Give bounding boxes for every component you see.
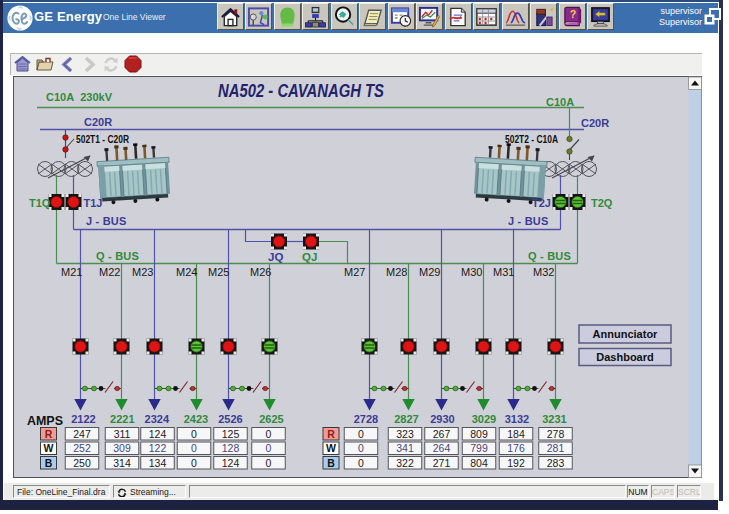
svg-text:JQ: JQ	[268, 251, 283, 263]
svg-text:192: 192	[507, 457, 525, 469]
svg-text:AMPS: AMPS	[27, 414, 63, 428]
svg-text:C20R: C20R	[581, 117, 609, 129]
svg-text:2625: 2625	[259, 413, 283, 425]
svg-text:0: 0	[358, 457, 364, 469]
svg-text:M32: M32	[533, 266, 554, 278]
svg-text:502T1 - C20R: 502T1 - C20R	[76, 133, 129, 145]
svg-text:M30: M30	[461, 266, 482, 278]
svg-text:M22: M22	[99, 266, 120, 278]
svg-text:281: 281	[547, 442, 565, 454]
svg-text:Q - BUS: Q - BUS	[528, 250, 571, 262]
svg-text:804: 804	[470, 457, 488, 469]
svg-text:C20R: C20R	[84, 116, 112, 128]
svg-text:176: 176	[507, 442, 525, 454]
svg-text:0: 0	[191, 442, 197, 454]
svg-text:124: 124	[222, 457, 240, 469]
svg-text:0: 0	[266, 442, 272, 454]
svg-text:Annunciator: Annunciator	[593, 328, 658, 340]
svg-text:3029: 3029	[472, 413, 496, 425]
svg-text:B: B	[327, 457, 335, 469]
svg-text:Q - BUS: Q - BUS	[96, 250, 139, 262]
svg-text:M24: M24	[176, 266, 197, 278]
svg-text:J - BUS: J - BUS	[86, 215, 127, 227]
svg-text:QJ: QJ	[302, 251, 317, 263]
svg-text:267: 267	[433, 428, 451, 440]
svg-text:M28: M28	[386, 266, 407, 278]
svg-text:0: 0	[266, 457, 272, 469]
svg-text:278: 278	[547, 428, 565, 440]
svg-text:Dashboard: Dashboard	[596, 351, 653, 363]
svg-text:2930: 2930	[430, 413, 454, 425]
svg-text:322: 322	[396, 457, 414, 469]
svg-text:M27: M27	[344, 266, 365, 278]
svg-text:134: 134	[149, 457, 167, 469]
svg-text:809: 809	[470, 428, 488, 440]
svg-text:0: 0	[191, 457, 197, 469]
svg-text:2324: 2324	[145, 413, 170, 425]
svg-text:2423: 2423	[184, 413, 208, 425]
svg-text:2526: 2526	[218, 413, 242, 425]
svg-text:B: B	[45, 457, 53, 469]
svg-text:NA502 - CAVANAGH TS: NA502 - CAVANAGH TS	[218, 81, 384, 101]
svg-text:309: 309	[113, 442, 131, 454]
svg-text:T1J: T1J	[84, 197, 103, 209]
svg-text:311: 311	[114, 428, 131, 440]
svg-text:2827: 2827	[394, 413, 418, 425]
svg-text:2221: 2221	[110, 413, 134, 425]
svg-text:2728: 2728	[354, 413, 378, 425]
svg-text:283: 283	[547, 457, 565, 469]
svg-text:M25: M25	[208, 266, 229, 278]
svg-text:0: 0	[358, 442, 364, 454]
svg-text:W: W	[44, 442, 54, 454]
svg-text:799: 799	[470, 442, 488, 454]
svg-text:2122: 2122	[71, 413, 95, 425]
svg-text:124: 124	[149, 428, 167, 440]
svg-text:M31: M31	[493, 266, 514, 278]
svg-text:R: R	[327, 428, 335, 440]
svg-text:M23: M23	[132, 266, 153, 278]
svg-text:W: W	[326, 442, 336, 454]
svg-text:264: 264	[433, 442, 451, 454]
svg-text:184: 184	[507, 428, 525, 440]
svg-text:T2Q: T2Q	[591, 197, 613, 209]
svg-text:250: 250	[73, 457, 91, 469]
svg-text:314: 314	[113, 457, 131, 469]
svg-text:122: 122	[149, 442, 167, 454]
svg-text:R: R	[45, 428, 53, 440]
svg-text:C10A 230kV: C10A 230kV	[46, 91, 113, 103]
svg-text:323: 323	[396, 428, 414, 440]
svg-text:3231: 3231	[542, 413, 566, 425]
svg-text:M29: M29	[419, 266, 440, 278]
svg-text:T2J: T2J	[532, 197, 551, 209]
svg-text:341: 341	[396, 442, 414, 454]
svg-text:C10A: C10A	[546, 96, 574, 108]
svg-text:?: ?	[570, 8, 576, 20]
svg-text:0: 0	[191, 428, 197, 440]
svg-text:T1Q: T1Q	[29, 197, 51, 209]
svg-text:247: 247	[73, 428, 91, 440]
svg-text:0: 0	[266, 428, 272, 440]
svg-text:J - BUS: J - BUS	[508, 215, 549, 227]
svg-text:252: 252	[73, 442, 91, 454]
svg-text:0: 0	[358, 428, 364, 440]
svg-text:502T2 - C10A: 502T2 - C10A	[505, 133, 558, 145]
svg-text:128: 128	[222, 442, 240, 454]
svg-text:M26: M26	[250, 266, 271, 278]
svg-text:271: 271	[433, 457, 451, 469]
svg-text:125: 125	[222, 428, 240, 440]
svg-text:M21: M21	[61, 266, 82, 278]
svg-text:3132: 3132	[505, 413, 529, 425]
